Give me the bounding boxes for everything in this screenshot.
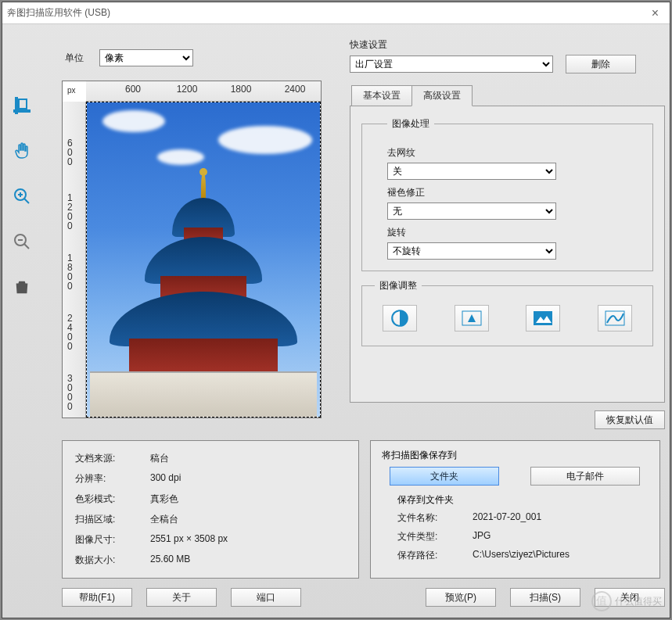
window-title: 奔图扫描应用软件 (USB): [7, 6, 110, 20]
info-color-value: 真彩色: [150, 493, 346, 506]
image-adjust-legend: 图像调整: [375, 279, 422, 292]
info-color-label: 色彩模式:: [75, 493, 150, 506]
preview-area[interactable]: px 600 1200 1800 2400 600 1200 1800 2400: [62, 81, 322, 418]
tab-advanced[interactable]: 高级设置: [411, 85, 473, 106]
trash-icon[interactable]: [11, 276, 33, 298]
svg-rect-5: [534, 311, 552, 325]
info-area-value: 全稿台: [150, 513, 346, 526]
save-email-button[interactable]: 电子邮件: [530, 467, 640, 486]
port-button[interactable]: 端口: [231, 588, 301, 607]
scan-button[interactable]: 扫描(S): [510, 588, 580, 607]
close-button[interactable]: 关闭: [595, 588, 665, 607]
delete-button[interactable]: 删除: [566, 55, 636, 73]
info-data-value: 25.60 MB: [150, 554, 346, 567]
hand-icon[interactable]: [11, 140, 33, 162]
save-path-label: 保存路径:: [397, 549, 473, 562]
ruler-vertical: 600 1200 1800 2400 3000: [63, 102, 86, 418]
info-size-label: 图像尺寸:: [75, 533, 150, 547]
ruler-horizontal: 600 1200 1800 2400: [86, 81, 321, 102]
advanced-panel: 图像处理 去网纹 关 褪色修正 无 旋转 不旋转 图像调整: [350, 106, 665, 403]
contrast-icon[interactable]: [383, 305, 417, 332]
save-path-value: C:\Users\ziyez\Pictures: [473, 549, 649, 562]
tool-strip: [2, 24, 41, 618]
info-dpi-label: 分辨率:: [75, 472, 150, 486]
scan-info-panel: 文档来源:稿台 分辨率:300 dpi 色彩模式:真彩色 扫描区域:全稿台 图像…: [62, 440, 359, 579]
descreen-label: 去网纹: [387, 146, 640, 159]
svg-marker-4: [468, 314, 476, 322]
unit-select[interactable]: 像素: [99, 49, 193, 66]
tab-basic[interactable]: 基本设置: [351, 85, 412, 106]
close-icon[interactable]: ×: [645, 6, 665, 20]
preview-image: [86, 102, 321, 418]
save-panel: 将扫描图像保存到 文件夹 电子邮件 保存到文件夹 文件名称:2021-07-20…: [370, 440, 660, 579]
quick-settings-select[interactable]: 出厂设置: [350, 56, 553, 73]
descreen-select[interactable]: 关: [387, 163, 556, 180]
info-dpi-value: 300 dpi: [150, 472, 346, 486]
preview-button[interactable]: 预览(P): [426, 588, 496, 607]
curves-icon[interactable]: [598, 305, 632, 332]
help-button[interactable]: 帮助(F1): [62, 588, 132, 607]
save-name-value: 2021-07-20_001: [473, 511, 649, 525]
save-folder-button[interactable]: 文件夹: [390, 467, 499, 486]
info-source-label: 文档来源:: [75, 452, 150, 465]
info-area-label: 扫描区域:: [75, 513, 150, 526]
zoom-in-icon[interactable]: [11, 185, 33, 207]
restore-defaults-button[interactable]: 恢复默认值: [595, 410, 665, 429]
px-label: px: [67, 86, 76, 95]
save-title: 将扫描图像保存到: [382, 450, 457, 461]
save-subtitle: 保存到文件夹: [397, 493, 649, 507]
image-processing-group: 图像处理 去网纹 关 褪色修正 无 旋转 不旋转: [361, 117, 653, 271]
image-icon[interactable]: [526, 305, 560, 332]
title-bar: 奔图扫描应用软件 (USB) ×: [2, 2, 670, 24]
app-window: 奔图扫描应用软件 (USB) × 单位 像素: [2, 2, 670, 618]
quick-settings-label: 快速设置: [350, 38, 665, 52]
save-name-label: 文件名称:: [397, 511, 473, 525]
crop-icon[interactable]: [11, 95, 33, 116]
image-adjust-group: 图像调整: [361, 279, 653, 346]
image-processing-legend: 图像处理: [387, 117, 434, 131]
save-type-label: 文件类型:: [397, 530, 473, 543]
fade-label: 褪色修正: [387, 186, 640, 199]
save-type-value: JPG: [473, 530, 649, 543]
rotate-select[interactable]: 不旋转: [387, 242, 556, 260]
fade-select[interactable]: 无: [387, 202, 556, 220]
info-data-label: 数据大小:: [75, 554, 150, 567]
about-button[interactable]: 关于: [146, 588, 217, 607]
levels-icon[interactable]: [455, 305, 489, 332]
info-source-value: 稿台: [150, 452, 346, 465]
zoom-out-icon[interactable]: [11, 231, 33, 253]
unit-label: 单位: [65, 52, 84, 65]
rotate-label: 旋转: [387, 226, 640, 239]
info-size-value: 2551 px × 3508 px: [150, 533, 346, 547]
